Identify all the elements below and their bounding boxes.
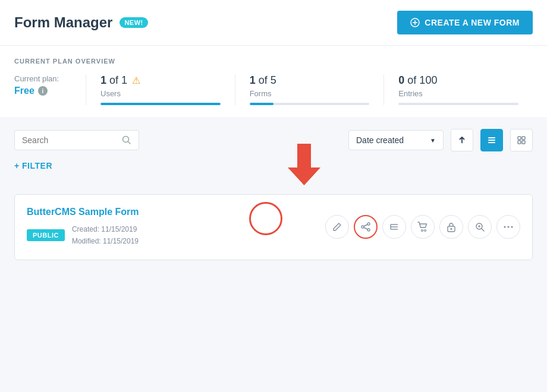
stat-entries: 0 of 100 Entries: [383, 74, 533, 105]
sort-asc-icon: [457, 135, 467, 145]
search-box[interactable]: [14, 130, 139, 150]
filter-section: Date created ▼: [0, 117, 547, 188]
header: Form Manager NEW! CREATE A NEW FORM: [0, 0, 547, 46]
created-date: Created: 11/15/2019: [72, 223, 139, 235]
cart-icon: [417, 222, 428, 232]
plus-circle-icon: [410, 18, 420, 27]
entries-button[interactable]: [382, 215, 406, 239]
form-dates: Created: 11/15/2019 Modified: 11/15/2019: [72, 223, 139, 248]
plan-stats: 1 of 1 ⚠ Users 1 of 5 Forms: [86, 74, 533, 105]
svg-line-27: [482, 229, 484, 231]
sort-direction-button[interactable]: [451, 129, 473, 151]
lock-button[interactable]: [439, 215, 463, 239]
svg-point-14: [367, 229, 370, 231]
form-card-wrapper: ButterCMS Sample Form PUBLIC Created: 11…: [14, 194, 533, 260]
form-card-left: ButterCMS Sample Form PUBLIC Created: 11…: [27, 207, 316, 248]
stat-entries-bar-bg: [398, 103, 518, 105]
new-badge: NEW!: [120, 17, 147, 28]
svg-point-31: [508, 226, 510, 228]
more-button[interactable]: [496, 215, 520, 239]
svg-rect-9: [522, 137, 525, 140]
svg-rect-5: [488, 137, 495, 138]
svg-line-16: [364, 225, 367, 226]
form-title[interactable]: ButterCMS Sample Form: [27, 207, 316, 217]
stat-forms-header: 1 of 5: [250, 74, 370, 87]
stat-users-numbers: 1 of 1: [100, 74, 127, 87]
search-icon: [122, 135, 131, 145]
filter-button[interactable]: + FILTER: [14, 159, 52, 173]
stat-forms-bar-fill: [250, 103, 274, 105]
svg-rect-11: [522, 141, 525, 144]
form-card-meta: PUBLIC Created: 11/15/2019 Modified: 11/…: [27, 223, 316, 248]
page-title: Form Manager: [14, 14, 112, 31]
svg-point-15: [361, 226, 364, 228]
chevron-down-icon: ▼: [430, 137, 436, 144]
svg-line-4: [128, 142, 131, 144]
warning-icon: ⚠: [132, 75, 140, 86]
grid-view-button[interactable]: [510, 129, 533, 151]
svg-point-32: [511, 226, 513, 228]
down-arrow-icon: [288, 144, 320, 185]
sort-dropdown[interactable]: Date created ▼: [348, 130, 444, 150]
search-sort-row: Date created ▼: [14, 129, 533, 151]
stat-forms-bar-bg: [250, 103, 370, 105]
svg-marker-12: [288, 144, 320, 185]
stat-forms: 1 of 5 Forms: [235, 74, 384, 105]
stat-entries-label: Entries: [398, 89, 518, 98]
stat-forms-numbers: 1 of 5: [250, 74, 276, 87]
stat-forms-label: Forms: [250, 89, 370, 98]
plan-label: Current plan: Free i: [14, 74, 86, 96]
more-icon: [504, 226, 513, 228]
grid-view-icon: [517, 135, 526, 145]
form-actions: [325, 215, 520, 239]
svg-point-23: [425, 230, 426, 232]
form-card: ButterCMS Sample Form PUBLIC Created: 11…: [14, 194, 533, 260]
header-left: Form Manager NEW!: [14, 14, 148, 31]
stat-entries-numbers: 0 of 100: [398, 74, 437, 87]
svg-point-13: [367, 223, 370, 225]
forms-list: ButterCMS Sample Form PUBLIC Created: 11…: [0, 194, 547, 274]
share-icon: [360, 222, 371, 232]
plan-content: Current plan: Free i 1 of 1 ⚠ Users: [14, 74, 533, 105]
zoom-search-icon: [475, 222, 485, 232]
create-form-button[interactable]: CREATE A NEW FORM: [397, 11, 533, 34]
sort-label: Date created: [356, 135, 425, 145]
inspect-button[interactable]: [468, 215, 492, 239]
modified-date: Modified: 11/15/2019: [72, 235, 139, 247]
stat-users-label: Users: [100, 89, 221, 98]
svg-point-30: [504, 226, 506, 228]
search-input[interactable]: [22, 135, 117, 145]
svg-point-22: [422, 230, 423, 232]
status-badge: PUBLIC: [27, 229, 65, 241]
share-button[interactable]: [354, 215, 378, 239]
stat-users-header: 1 of 1 ⚠: [100, 74, 221, 87]
svg-line-17: [364, 227, 367, 229]
svg-rect-6: [488, 140, 495, 141]
filter-row: + FILTER: [14, 159, 533, 173]
plan-info-icon[interactable]: i: [38, 86, 48, 96]
arrow-annotation: [288, 144, 320, 185]
svg-rect-8: [518, 137, 521, 140]
plan-section-title: CURRENT PLAN OVERVIEW: [14, 58, 533, 65]
list-view-button[interactable]: [480, 129, 503, 151]
stat-users-bar-fill: [100, 103, 221, 105]
entries-icon: [389, 222, 399, 232]
list-view-icon: [487, 135, 496, 145]
edit-icon: [332, 222, 342, 232]
svg-rect-10: [518, 141, 521, 144]
stat-users: 1 of 1 ⚠ Users: [86, 74, 235, 105]
svg-rect-7: [488, 142, 495, 143]
stat-entries-header: 0 of 100: [398, 74, 518, 87]
svg-point-25: [451, 228, 452, 230]
plan-name: Free i: [14, 86, 71, 96]
cart-button[interactable]: [411, 215, 435, 239]
edit-button[interactable]: [325, 215, 349, 239]
lock-icon: [447, 222, 456, 232]
plan-overview-section: CURRENT PLAN OVERVIEW Current plan: Free…: [0, 46, 547, 117]
stat-users-bar-bg: [100, 103, 221, 105]
plan-label-text: Current plan:: [14, 74, 71, 83]
